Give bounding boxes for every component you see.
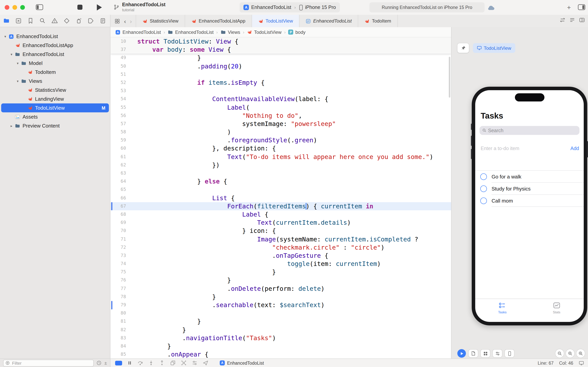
line-number[interactable]: 77: [110, 284, 129, 292]
code-line-59[interactable]: 59 .foregroundStyle(.green): [110, 136, 451, 144]
sidebar-item-Preview Content[interactable]: ▸Preview Content: [1, 121, 109, 130]
editor-scrollbar[interactable]: [449, 57, 450, 98]
code-line-65[interactable]: 65: [110, 186, 451, 194]
code-line-64[interactable]: 64 } else {: [110, 177, 451, 185]
memory-graph-icon[interactable]: [181, 360, 187, 366]
line-number[interactable]: 83: [110, 334, 129, 342]
line-number[interactable]: 67: [110, 202, 129, 210]
code-line-71[interactable]: 71 Image(systemName: currentItem.isCompl…: [110, 235, 451, 243]
code-line-62[interactable]: 62 }): [110, 161, 451, 169]
run-button[interactable]: [97, 4, 102, 10]
code-line-83[interactable]: 83 .navigationTitle("Tasks"): [110, 334, 451, 342]
preview-target-chip[interactable]: TodoListView: [473, 43, 515, 53]
line-number[interactable]: 82: [110, 325, 129, 334]
disclosure-open-icon[interactable]: ▾: [15, 79, 21, 83]
source-control-icon[interactable]: [15, 17, 22, 24]
toggle-right-sidebar-icon[interactable]: [578, 4, 585, 10]
preview-document-icon[interactable]: [469, 350, 478, 357]
line-number[interactable]: 79: [110, 301, 129, 309]
code-line-74[interactable]: 74 toggle(item: currentItem): [110, 260, 451, 268]
code-line-60[interactable]: 60 }, description: {: [110, 144, 451, 153]
sidebar-item-TodoListView[interactable]: TodoListViewM: [1, 103, 109, 112]
sidebar-item-Views[interactable]: ▾Views: [1, 77, 109, 85]
line-number[interactable]: 37: [110, 45, 129, 54]
code-line-67[interactable]: 67 ForEach(filteredItems) { currentItem …: [110, 202, 451, 210]
code-line-55[interactable]: 55 Label(: [110, 103, 451, 111]
code-line-56[interactable]: 56 "Nothing to do",: [110, 111, 451, 120]
line-number[interactable]: 78: [110, 293, 129, 301]
code-line-49[interactable]: 49 }: [110, 54, 451, 62]
swap-editors-icon[interactable]: [560, 17, 565, 23]
toggle-left-sidebar-icon[interactable]: [36, 4, 43, 10]
debug-area-toggle-icon[interactable]: [115, 361, 122, 365]
line-number[interactable]: 75: [110, 268, 129, 276]
code-line-63[interactable]: 63: [110, 169, 451, 177]
breadcrumb-item-EnhancedTodoList[interactable]: EnhancedTodoList: [115, 29, 161, 35]
live-preview-play-icon[interactable]: [457, 349, 466, 358]
app-tab-Tasks[interactable]: Tasks: [475, 299, 529, 322]
code-line-68[interactable]: 68 Label {: [110, 210, 451, 218]
issues-icon[interactable]: [51, 17, 58, 24]
go-forward-icon[interactable]: ›: [130, 18, 132, 24]
tab-EnhancedTodoList[interactable]: EnhancedTodoList: [300, 15, 358, 27]
line-number[interactable]: 10: [110, 37, 129, 45]
scheme-selector[interactable]: A EnhancedTodoList › iPhone 15 Pro: [240, 2, 340, 12]
disclosure-open-icon[interactable]: ▾: [8, 52, 14, 56]
editor-options-icon[interactable]: [569, 17, 575, 23]
code-line-10[interactable]: 10struct TodoListView: View {: [110, 37, 451, 45]
app-search-field[interactable]: Search: [479, 126, 580, 135]
view-debugger-icon[interactable]: [170, 360, 176, 366]
line-number[interactable]: 85: [110, 350, 129, 359]
pin-preview-button[interactable]: [457, 43, 469, 53]
go-back-icon[interactable]: ‹: [124, 18, 126, 24]
minimize-window-button[interactable]: [12, 5, 17, 10]
line-number[interactable]: 72: [110, 243, 129, 251]
line-number[interactable]: 53: [110, 87, 129, 95]
code-line-37[interactable]: 37 var body: some View {: [110, 45, 451, 54]
todo-circle-icon[interactable]: [480, 173, 487, 180]
line-number[interactable]: 69: [110, 218, 129, 227]
line-number[interactable]: 50: [110, 62, 129, 70]
add-editor-icon[interactable]: [579, 17, 585, 23]
line-number[interactable]: 64: [110, 177, 129, 185]
line-number[interactable]: 51: [110, 70, 129, 79]
line-number[interactable]: 49: [110, 54, 129, 62]
line-number[interactable]: 66: [110, 194, 129, 202]
code-line-79[interactable]: 79 .searchable(text: $searchText): [110, 301, 451, 309]
sidebar-item-TodoItem[interactable]: TodoItem: [1, 68, 109, 77]
running-app-badge[interactable]: A EnhancedTodoList: [220, 360, 264, 366]
line-number[interactable]: 73: [110, 251, 129, 260]
code-line-81[interactable]: 81 }: [110, 317, 451, 325]
breadcrumb-item-EnhancedTodoList[interactable]: EnhancedTodoList: [168, 29, 214, 35]
tests-icon[interactable]: [63, 17, 70, 24]
code-line-76[interactable]: 76 }: [110, 276, 451, 284]
line-number[interactable]: 84: [110, 342, 129, 350]
step-over-icon[interactable]: [137, 360, 143, 366]
code-line-72[interactable]: 72 "checkmark.circle" : "circle"): [110, 243, 451, 251]
breadcrumb-item-body[interactable]: Pbody: [288, 29, 305, 35]
line-number[interactable]: 54: [110, 95, 129, 103]
code-line-53[interactable]: 53: [110, 87, 451, 95]
sidebar-item-LandingView[interactable]: LandingView: [1, 94, 109, 103]
code-line-84[interactable]: 84 }: [110, 342, 451, 350]
todo-row[interactable]: Study for Physics: [475, 183, 584, 195]
breadcrumb-item-Views[interactable]: Views: [220, 29, 240, 35]
filter-field[interactable]: [3, 359, 94, 367]
code-line-73[interactable]: 73 .onTapGesture {: [110, 251, 451, 260]
zoom-window-button[interactable]: [20, 5, 25, 10]
variants-grid-icon[interactable]: [481, 350, 490, 357]
code-line-75[interactable]: 75 }: [110, 268, 451, 276]
find-icon[interactable]: [39, 17, 46, 24]
line-number[interactable]: 60: [110, 144, 129, 153]
disclosure-open-icon[interactable]: ▾: [15, 61, 21, 65]
bookmarks-icon[interactable]: [27, 17, 34, 24]
sidebar-item-EnhancedTodoListApp[interactable]: EnhancedTodoListApp: [1, 41, 109, 50]
line-number[interactable]: 80: [110, 309, 129, 317]
device-icon[interactable]: [505, 350, 514, 357]
code-line-66[interactable]: 66 List {: [110, 194, 451, 202]
code-line-80[interactable]: 80: [110, 309, 451, 317]
code-line-78[interactable]: 78 }: [110, 293, 451, 301]
zoom-fit-icon[interactable]: [566, 349, 574, 358]
sidebar-item-StatisticsView[interactable]: StatisticsView: [1, 85, 109, 94]
line-number[interactable]: 65: [110, 186, 129, 194]
